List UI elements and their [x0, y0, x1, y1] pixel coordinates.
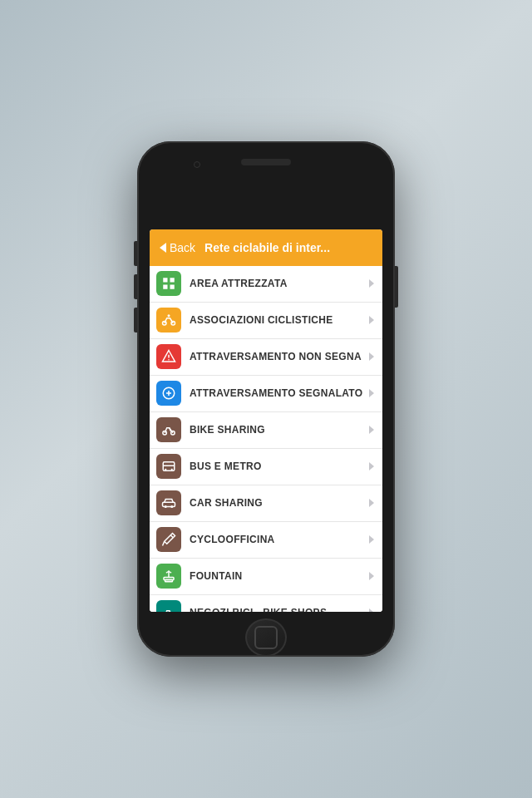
list-item[interactable]: ATTRAVERSAMENTO SEGNALATO: [150, 376, 382, 412]
chevron-right-icon: [369, 572, 374, 580]
label-bus-e-metro: BUS E METRO: [190, 461, 369, 472]
label-attraversamento-non-segna: ATTRAVERSAMENTO NON SEGNA: [190, 351, 369, 362]
chevron-right-icon: [369, 462, 374, 470]
svg-rect-24: [165, 580, 173, 582]
svg-point-21: [170, 505, 173, 508]
chevron-right-icon: [369, 389, 374, 397]
svg-point-9: [168, 359, 170, 361]
icon-bike-sharing: [156, 417, 181, 442]
list-item[interactable]: AREA ATTREZZATA: [150, 266, 382, 303]
icon-area-attrezzata: [156, 271, 181, 296]
svg-rect-0: [163, 278, 167, 282]
svg-rect-1: [170, 278, 175, 282]
icon-attraversamento-segnalato: [156, 381, 181, 406]
icon-car-sharing: [156, 490, 181, 515]
svg-rect-3: [170, 285, 175, 289]
menu-list: AREA ATTREZZATAASSOCIAZIONI CICLISTICHEA…: [150, 266, 382, 612]
label-associazioni-ciclistiche: ASSOCIAZIONI CICLISTICHE: [190, 314, 369, 326]
chevron-right-icon: [369, 608, 374, 612]
icon-attraversamento-non-segna: [156, 344, 181, 369]
chevron-right-icon: [369, 499, 374, 507]
phone-top-area: [137, 141, 395, 184]
list-item[interactable]: CYCLOOFFICINA: [150, 522, 382, 559]
label-cycloofficina: CYCLOOFFICINA: [190, 534, 369, 545]
list-item[interactable]: ATTRAVERSAMENTO NON SEGNA: [150, 339, 382, 376]
svg-point-20: [165, 505, 167, 508]
label-attraversamento-segnalato: ATTRAVERSAMENTO SEGNALATO: [190, 387, 369, 399]
phone-camera: [194, 161, 200, 168]
label-negozi-bici: NEGOZI BICI - BIKE SHOPS: [190, 607, 369, 612]
svg-rect-19: [163, 502, 175, 506]
list-item[interactable]: BIKE SHARING: [150, 412, 382, 449]
icon-fountain: [156, 564, 181, 589]
chevron-right-icon: [369, 426, 374, 434]
chevron-right-icon: [369, 279, 374, 288]
svg-rect-2: [163, 285, 167, 289]
back-button[interactable]: Back: [160, 241, 195, 254]
home-button-inner: [254, 626, 278, 649]
phone-screen: Back Rete ciclabile di inter... AREA ATT…: [150, 229, 382, 612]
home-button[interactable]: [245, 618, 287, 657]
label-area-attrezzata: AREA ATTREZZATA: [190, 278, 369, 289]
icon-negozi-bici: [156, 600, 181, 612]
svg-point-18: [171, 469, 173, 470]
phone-speaker: [241, 159, 291, 165]
icon-associazioni-ciclistiche: [156, 308, 181, 332]
chevron-right-icon: [369, 535, 374, 544]
label-bike-sharing: BIKE SHARING: [190, 424, 369, 436]
list-item[interactable]: ASSOCIAZIONI CICLISTICHE: [150, 303, 382, 339]
label-fountain: FOUNTAIN: [190, 570, 369, 582]
list-item[interactable]: FOUNTAIN: [150, 559, 382, 595]
nav-title: Rete ciclabile di inter...: [195, 241, 339, 254]
list-item[interactable]: NEGOZI BICI - BIKE SHOPS: [150, 595, 382, 612]
svg-line-22: [163, 541, 165, 545]
chevron-left-icon: [160, 243, 166, 253]
list-item[interactable]: CAR SHARING: [150, 485, 382, 522]
phone-frame: Back Rete ciclabile di inter... AREA ATT…: [137, 141, 395, 657]
navigation-bar: Back Rete ciclabile di inter...: [150, 229, 382, 266]
label-car-sharing: CAR SHARING: [190, 497, 369, 509]
icon-bus-e-metro: [156, 454, 181, 479]
list-item[interactable]: BUS E METRO: [150, 449, 382, 485]
back-label: Back: [170, 241, 195, 254]
chevron-right-icon: [369, 316, 374, 324]
chevron-right-icon: [369, 352, 374, 361]
svg-point-17: [165, 469, 166, 470]
svg-point-6: [168, 314, 170, 317]
icon-cycloofficina: [156, 527, 181, 552]
